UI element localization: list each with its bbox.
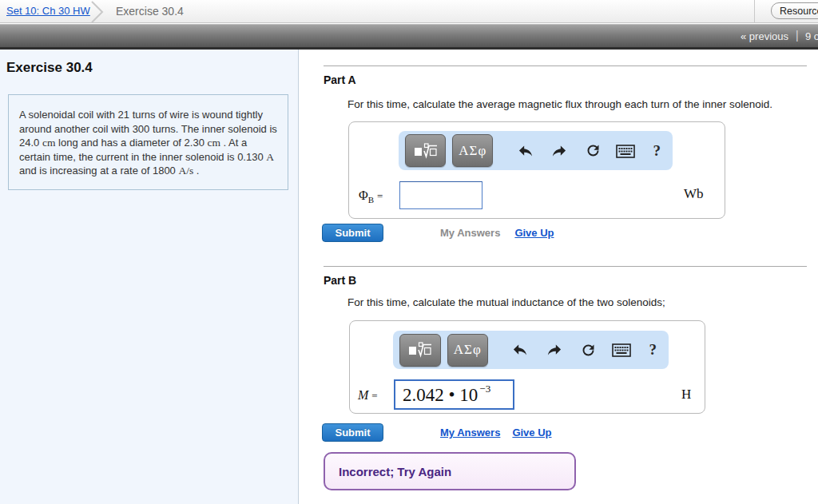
feedback-text: Incorrect; Try Again [339, 465, 451, 478]
part-b-label: Part B [324, 274, 356, 287]
part-b-give-up-link[interactable]: Give Up [512, 427, 551, 439]
part-a-variable-label: ΦB = [359, 189, 383, 204]
part-a-equation-toolbar: ΑΣφ ? [399, 131, 673, 170]
part-b-submit-button[interactable]: Submit [322, 423, 383, 442]
breadcrumb-bar: Set 10: Ch 30 HW Exercise 30.4 Resources [0, 0, 818, 23]
part-b-answer-value: 2.042 • 10−3 [403, 384, 490, 406]
keyboard-icon[interactable] [610, 143, 641, 157]
redo-icon[interactable] [538, 341, 572, 359]
part-a-answer-box: ΑΣφ ? [348, 121, 725, 219]
main-content: Part A For this time, calculate the aver… [300, 50, 818, 504]
resources-button[interactable]: Resources [771, 2, 818, 19]
nav-separator: | [796, 29, 799, 42]
undo-icon[interactable] [503, 341, 538, 359]
part-b-variable-label: M = [358, 388, 378, 403]
part-a-question: For this time, calculate the average mag… [347, 98, 772, 110]
part-a-label: Part A [324, 73, 356, 86]
keyboard-icon[interactable] [606, 343, 637, 357]
equation-template-icon [414, 143, 438, 159]
part-a-answer-input[interactable] [399, 181, 482, 209]
greek-symbols-label: ΑΣφ [454, 342, 482, 358]
reset-icon[interactable] [571, 342, 606, 359]
undo-icon[interactable] [508, 142, 542, 160]
help-icon[interactable]: ? [641, 142, 673, 160]
previous-item-link[interactable]: « previous [741, 30, 788, 42]
part-a-submit-button[interactable]: Submit [322, 224, 383, 242]
reset-icon[interactable] [576, 142, 610, 159]
equation-templates-button[interactable] [405, 134, 446, 167]
sidebar: Exercise 30.4 A solenoidal coil with 21 … [0, 50, 299, 504]
part-b-answer-box: ΑΣφ ? [349, 320, 705, 414]
part-a-divider [324, 65, 807, 66]
breadcrumb-link-assignment[interactable]: Set 10: Ch 30 HW [6, 5, 90, 17]
greek-symbols-button[interactable]: ΑΣφ [447, 334, 489, 367]
breadcrumb-chevron-icon [90, 1, 108, 23]
redo-icon[interactable] [542, 142, 576, 160]
exercise-title: Exercise 30.4 [6, 60, 298, 76]
greek-symbols-label: ΑΣφ [459, 143, 486, 159]
help-icon[interactable]: ? [637, 341, 669, 359]
problem-statement: A solenoidal coil with 21 turns of wire … [8, 94, 288, 190]
equation-template-icon [408, 342, 432, 358]
greek-symbols-button[interactable]: ΑΣφ [452, 134, 493, 167]
part-a-unit-label: Wb [684, 186, 704, 202]
topbar-divider [754, 0, 755, 23]
part-b-submit-row: Submit My Answers Give Up [322, 423, 552, 442]
item-nav-bar: « previous | 9 of [0, 24, 818, 50]
feedback-box: Incorrect; Try Again [324, 452, 576, 490]
part-a-my-answers-link: My Answers [440, 227, 500, 239]
equation-templates-button[interactable] [399, 334, 441, 367]
item-counter: 9 of [805, 30, 818, 42]
part-b-question: For this time, calculate the mutual indu… [347, 296, 665, 308]
part-b-equation-toolbar: ΑΣφ ? [393, 331, 669, 369]
part-a-give-up-link[interactable]: Give Up [514, 227, 554, 239]
breadcrumb-current: Exercise 30.4 [116, 5, 184, 18]
part-b-divider [324, 266, 807, 267]
part-b-my-answers-link[interactable]: My Answers [440, 427, 500, 439]
part-b-unit-label: H [681, 387, 691, 403]
part-a-submit-row: Submit My Answers Give Up [322, 224, 554, 242]
part-b-answer-input[interactable]: 2.042 • 10−3 [394, 379, 514, 410]
